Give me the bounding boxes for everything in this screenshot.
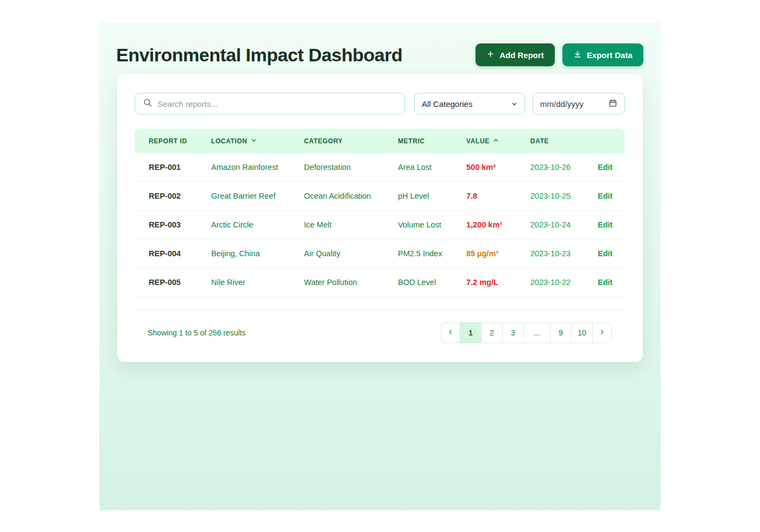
search-input[interactable] [157, 99, 397, 109]
metric-cell: PM2.5 Index [398, 249, 466, 258]
page-button[interactable]: 10 [571, 322, 593, 343]
category-select[interactable]: All Categories [414, 93, 525, 115]
sort-asc-icon [493, 137, 499, 145]
dashboard-panel: Environmental Impact Dashboard Add Repor… [99, 22, 661, 510]
header-actions: Add Report Export Data [476, 43, 643, 66]
column-label: REPORT ID [149, 137, 187, 145]
next-page-button[interactable] [592, 322, 612, 343]
column-label: VALUE [466, 137, 490, 145]
column-label: METRIC [398, 137, 425, 145]
date-cell: 2023-10-24 [530, 220, 598, 229]
actions-cell: Edit [598, 278, 625, 287]
reports-card: All Categories mm/dd/yyyy REPORT ID LO [117, 74, 643, 362]
reports-table: REPORT ID LOCATION CATEGORY METRIC [135, 129, 625, 297]
report-id-cell: REP-001 [149, 163, 211, 172]
metric-cell: BOD Level [398, 278, 466, 287]
report-id-cell: REP-005 [149, 278, 211, 287]
search-box [135, 93, 405, 115]
date-cell: 2023-10-22 [530, 278, 598, 287]
page-button[interactable]: 1 [460, 322, 482, 343]
value-cell: 7.2 mg/L [466, 278, 530, 287]
pagination: 1 2 3 ... 9 10 [441, 322, 612, 343]
location-cell: Amazon Rainforest [211, 163, 304, 172]
value-cell: 1,200 km³ [466, 220, 530, 229]
date-placeholder: mm/dd/yyyy [540, 99, 584, 109]
chevron-left-icon [447, 328, 454, 338]
value-cell: 7.8 [466, 192, 530, 200]
date-cell: 2023-10-26 [530, 163, 598, 172]
column-header-date: DATE [530, 137, 598, 145]
footer-divider [135, 309, 625, 310]
search-icon [143, 98, 153, 110]
screen: Environmental Impact Dashboard Add Repor… [0, 0, 760, 532]
table-row: REP-001 Amazon Rainforest Deforestation … [135, 153, 625, 182]
category-cell: Water Pollution [304, 278, 398, 287]
table-body: REP-001 Amazon Rainforest Deforestation … [135, 153, 625, 297]
card-footer: Showing 1 to 5 of 256 results 1 2 3 ... … [135, 317, 625, 349]
table-row: REP-005 Nile River Water Pollution BOD L… [135, 268, 625, 297]
date-cell: 2023-10-23 [530, 249, 598, 258]
date-input[interactable]: mm/dd/yyyy [533, 93, 625, 115]
report-id-cell: REP-002 [149, 192, 211, 200]
category-cell: Ocean Acidification [304, 192, 398, 200]
category-cell: Ice Melt [304, 220, 398, 229]
edit-link[interactable]: Edit [598, 192, 612, 200]
export-data-button[interactable]: Export Data [562, 43, 643, 66]
sort-desc-icon [251, 137, 257, 145]
chevron-right-icon [598, 328, 606, 338]
column-header-category: CATEGORY [304, 137, 398, 145]
download-icon [573, 50, 582, 60]
prev-page-button[interactable] [441, 322, 460, 343]
category-cell: Air Quality [304, 249, 398, 258]
column-label: DATE [530, 137, 549, 145]
column-header-report-id: REPORT ID [149, 137, 211, 145]
page-button[interactable]: 2 [481, 322, 503, 343]
edit-link[interactable]: Edit [598, 278, 612, 287]
location-cell: Beijing, China [211, 249, 304, 258]
export-data-label: Export Data [587, 50, 632, 60]
page-ellipsis: ... [523, 322, 550, 343]
metric-cell: pH Level [398, 192, 466, 200]
location-cell: Arctic Circle [211, 220, 304, 229]
chevron-down-icon [511, 99, 517, 109]
table-row: REP-003 Arctic Circle Ice Melt Volume Lo… [135, 211, 625, 239]
column-header-metric: METRIC [398, 137, 466, 145]
value-cell: 500 km² [466, 163, 530, 172]
metric-cell: Area Lost [398, 163, 466, 172]
page-title: Environmental Impact Dashboard [116, 45, 402, 66]
location-cell: Nile River [211, 278, 304, 287]
edit-link[interactable]: Edit [598, 249, 612, 258]
add-report-label: Add Report [499, 50, 544, 60]
edit-link[interactable]: Edit [598, 220, 612, 229]
value-cell: 85 µg/m³ [466, 249, 530, 258]
date-cell: 2023-10-25 [530, 192, 598, 200]
plus-icon [486, 50, 495, 60]
actions-cell: Edit [598, 249, 625, 258]
actions-cell: Edit [598, 220, 625, 229]
column-label: LOCATION [211, 137, 248, 145]
page-button[interactable]: 9 [550, 322, 572, 343]
column-label: CATEGORY [304, 137, 343, 145]
column-header-location[interactable]: LOCATION [211, 137, 304, 145]
metric-cell: Volume Lost [398, 220, 466, 229]
add-report-button[interactable]: Add Report [476, 43, 555, 66]
location-cell: Great Barrier Reef [211, 192, 304, 200]
table-row: REP-002 Great Barrier Reef Ocean Acidifi… [135, 182, 625, 211]
results-summary: Showing 1 to 5 of 256 results [135, 328, 246, 337]
page-header: Environmental Impact Dashboard Add Repor… [116, 38, 643, 72]
report-id-cell: REP-004 [149, 249, 211, 258]
category-cell: Deforestation [304, 163, 398, 172]
page-button[interactable]: 3 [502, 322, 524, 343]
edit-link[interactable]: Edit [598, 163, 612, 172]
actions-cell: Edit [598, 192, 625, 200]
table-header: REPORT ID LOCATION CATEGORY METRIC [135, 129, 625, 153]
column-header-value[interactable]: VALUE [466, 137, 530, 145]
table-row: REP-004 Beijing, China Air Quality PM2.5… [135, 239, 625, 268]
report-id-cell: REP-003 [149, 220, 211, 229]
calendar-icon [609, 99, 617, 109]
category-selected-value: All Categories [422, 99, 472, 109]
actions-cell: Edit [598, 163, 625, 172]
